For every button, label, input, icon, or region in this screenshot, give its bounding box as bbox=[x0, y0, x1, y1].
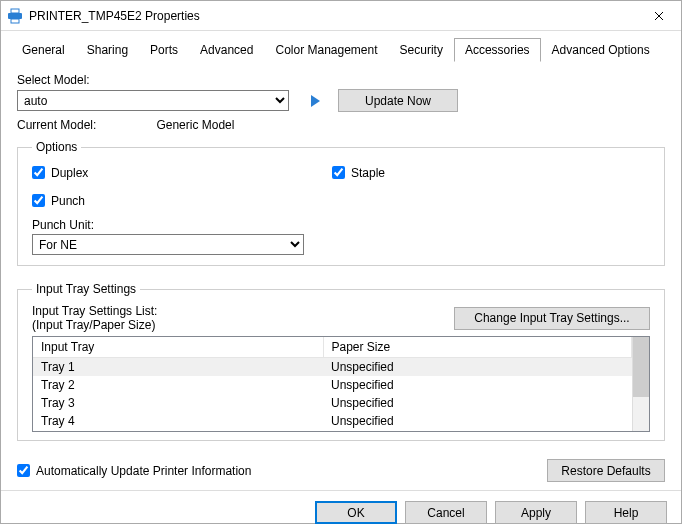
window-title: PRINTER_TMP45E2 Properties bbox=[29, 9, 636, 23]
close-button[interactable] bbox=[636, 1, 681, 30]
titlebar: PRINTER_TMP45E2 Properties bbox=[1, 1, 681, 31]
apply-button[interactable]: Apply bbox=[495, 501, 577, 524]
table-row[interactable]: Tray 3Unspecified bbox=[33, 394, 632, 412]
tab-color-management[interactable]: Color Management bbox=[264, 38, 388, 62]
table-row[interactable]: Tray 5Unspecified bbox=[33, 430, 632, 431]
svg-rect-2 bbox=[11, 19, 19, 23]
update-now-button[interactable]: Update Now bbox=[338, 89, 458, 112]
tab-advanced[interactable]: Advanced bbox=[189, 38, 264, 62]
options-legend: Options bbox=[32, 140, 81, 154]
cancel-button[interactable]: Cancel bbox=[405, 501, 487, 524]
tab-accessories[interactable]: Accessories bbox=[454, 38, 541, 62]
staple-checkbox-label[interactable]: Staple bbox=[332, 166, 385, 180]
auto-update-checkbox-label[interactable]: Automatically Update Printer Information bbox=[17, 464, 251, 478]
svg-rect-1 bbox=[11, 9, 19, 13]
punch-unit-label: Punch Unit: bbox=[32, 218, 650, 232]
duplex-checkbox[interactable] bbox=[32, 166, 45, 179]
change-tray-button[interactable]: Change Input Tray Settings... bbox=[454, 307, 650, 330]
options-group: Options Duplex Punch Staple Punch Unit: … bbox=[17, 140, 665, 266]
restore-defaults-button[interactable]: Restore Defaults bbox=[547, 459, 665, 482]
tray-group: Input Tray Settings Input Tray Settings … bbox=[17, 282, 665, 441]
punch-unit-combo[interactable]: For NE bbox=[32, 234, 304, 255]
select-model-combo[interactable]: auto bbox=[17, 90, 289, 111]
auto-update-checkbox[interactable] bbox=[17, 464, 30, 477]
dialog-window: PRINTER_TMP45E2 Properties GeneralSharin… bbox=[0, 0, 682, 524]
staple-checkbox[interactable] bbox=[332, 166, 345, 179]
tabstrip: GeneralSharingPortsAdvancedColor Managem… bbox=[1, 31, 681, 61]
printer-icon bbox=[7, 8, 23, 24]
duplex-checkbox-label[interactable]: Duplex bbox=[32, 166, 332, 180]
svg-rect-0 bbox=[8, 13, 22, 19]
tray-table: Input Tray Paper Size Tray 1UnspecifiedT… bbox=[32, 336, 650, 432]
ok-button[interactable]: OK bbox=[315, 501, 397, 524]
punch-checkbox[interactable] bbox=[32, 194, 45, 207]
col-input-tray[interactable]: Input Tray bbox=[33, 337, 323, 358]
tray-scrollbar[interactable] bbox=[632, 337, 649, 431]
tab-advanced-options[interactable]: Advanced Options bbox=[541, 38, 661, 62]
tray-list-sublabel: (Input Tray/Paper Size) bbox=[32, 318, 454, 332]
tab-security[interactable]: Security bbox=[389, 38, 454, 62]
current-model-value: Generic Model bbox=[156, 118, 234, 132]
select-model-label: Select Model: bbox=[17, 73, 665, 87]
tab-sharing[interactable]: Sharing bbox=[76, 38, 139, 62]
play-icon[interactable] bbox=[311, 95, 320, 107]
tray-list-label: Input Tray Settings List: bbox=[32, 304, 454, 318]
col-paper-size[interactable]: Paper Size bbox=[323, 337, 632, 358]
dialog-buttons: OK Cancel Apply Help bbox=[1, 490, 681, 524]
table-row[interactable]: Tray 4Unspecified bbox=[33, 412, 632, 430]
help-button[interactable]: Help bbox=[585, 501, 667, 524]
table-row[interactable]: Tray 2Unspecified bbox=[33, 376, 632, 394]
table-row[interactable]: Tray 1Unspecified bbox=[33, 358, 632, 377]
tab-ports[interactable]: Ports bbox=[139, 38, 189, 62]
tray-legend: Input Tray Settings bbox=[32, 282, 140, 296]
current-model-label: Current Model: bbox=[17, 118, 96, 132]
punch-checkbox-label[interactable]: Punch bbox=[32, 194, 332, 208]
tab-general[interactable]: General bbox=[11, 38, 76, 62]
tab-content-accessories: Select Model: auto Update Now Current Mo… bbox=[1, 61, 681, 490]
